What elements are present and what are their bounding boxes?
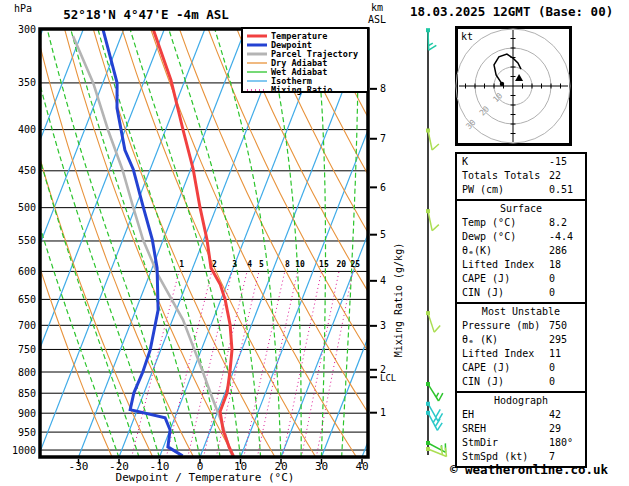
wind-barb-half-tick — [433, 418, 436, 422]
wind-barb-half-tick — [436, 393, 438, 397]
legend-label: Mixing Ratio — [271, 85, 332, 95]
table-row: CAPE (J)0 — [457, 272, 585, 286]
wind-barb-full-tick — [445, 448, 446, 457]
table-row: SREH29 — [457, 422, 585, 436]
table-row: θₑ (K)295 — [457, 333, 585, 347]
pressure-tick-label: 400 — [18, 124, 36, 135]
pressure-tick-label: 800 — [18, 367, 36, 378]
pressure-tick-label: 950 — [18, 427, 36, 438]
table-row: CIN (J)0 — [457, 375, 585, 389]
pressure-tick-label: 600 — [18, 266, 36, 277]
table-section-most-unstable: Most UnstablePressure (mb)750θₑ (K)295Li… — [455, 302, 587, 393]
table-row-label: θₑ(K) — [462, 245, 492, 256]
km-tick-label: 1 — [380, 407, 386, 418]
plot-layers: 1234581015202530035040045050055060065070… — [0, 24, 452, 473]
wind-barb-stem — [428, 384, 439, 401]
wind-barb-stem — [428, 443, 446, 452]
wind-barb-full-tick — [437, 423, 442, 431]
table-row-label: SREH — [462, 423, 486, 434]
table-row: θₑ(K)286 — [457, 244, 585, 258]
table-row: Temp (°C)8.2 — [457, 216, 585, 230]
temperature-curve — [153, 29, 233, 456]
isotherm — [0, 29, 2, 457]
table-row-label: CIN (J) — [462, 287, 504, 298]
table-section-surface: SurfaceTemp (°C)8.2Dewp (°C)-4.4θₑ(K)286… — [455, 199, 587, 304]
table-row-label: Lifted Index — [462, 348, 534, 359]
pressure-tick-label: 750 — [18, 344, 36, 355]
wind-barb-full-tick — [439, 393, 443, 401]
pressure-tick-label: 850 — [18, 388, 36, 399]
mixing-ratio-label: 8 — [285, 260, 290, 269]
km-tick-label: 5 — [380, 229, 386, 240]
table-row-label: θₑ (K) — [462, 334, 498, 345]
hodograph-panel: 102030 kt — [455, 26, 572, 150]
table-row: Lifted Index18 — [457, 258, 585, 272]
table-row-label: CAPE (J) — [462, 273, 510, 284]
table-row-label: EH — [462, 409, 474, 420]
km-tick-label: 4 — [380, 275, 386, 286]
table-row-label: Pressure (mb) — [462, 320, 540, 331]
table-row: EH42 — [457, 408, 585, 422]
km-tick-label: 8 — [380, 83, 386, 94]
table-section-title: Most Unstable — [457, 305, 585, 319]
hpa-axis-label: hPa — [14, 3, 32, 14]
table-row-value: -4.4 — [549, 230, 573, 244]
table-row: CIN (J)0 — [457, 286, 585, 300]
mixing-ratio-label: 4 — [247, 260, 252, 269]
km-tick-label: 7 — [380, 133, 386, 144]
table-row-label: Temp (°C) — [462, 217, 516, 228]
pressure-tick-labels: 3003504004505005506006507007508008509009… — [12, 24, 36, 456]
wind-barb-full-tick — [432, 144, 439, 150]
mixing-ratio-label: 2 — [212, 260, 217, 269]
table-row: Lifted Index11 — [457, 347, 585, 361]
table-row-value: 18 — [549, 258, 561, 272]
mixing-ratio-label: 15 — [319, 260, 329, 269]
table-section-hodograph: HodographEH42SREH29StmDir180°StmSpd (kt)… — [455, 391, 587, 468]
copyright: © weatheronline.co.uk — [450, 462, 608, 477]
indices-table: K-15Totals Totals22PW (cm)0.51SurfaceTem… — [455, 152, 587, 468]
km-tick-label: 6 — [380, 182, 386, 193]
table-row-value: 42 — [549, 408, 561, 422]
sounding-page: hPa 52°18'N 4°47'E -4m ASL km ASL 123458… — [0, 0, 629, 486]
mixing-ratio-label: 10 — [295, 260, 305, 269]
table-row-value: 11 — [549, 347, 561, 361]
temp-tick-label: -30 — [69, 460, 89, 473]
wind-barb-full-tick — [434, 325, 440, 332]
table-row-value: 0 — [549, 286, 555, 300]
table-row-value: 8.2 — [549, 216, 567, 230]
table-row-value: 295 — [549, 333, 567, 347]
mixing-ratio-label: 25 — [350, 260, 360, 269]
dry-adiabat — [438, 29, 452, 457]
table-row-label: CIN (J) — [462, 376, 504, 387]
wind-barb-stem — [428, 30, 429, 50]
hodograph-plot: 102030 kt — [455, 26, 572, 146]
km-tick-label: 3 — [380, 320, 386, 331]
table-row-value: 0 — [549, 272, 555, 286]
dry-adiabat — [409, 29, 452, 457]
pressure-tick-label: 450 — [18, 165, 36, 176]
wind-barb-full-tick — [429, 45, 437, 50]
table-row: K-15 — [457, 155, 585, 169]
lcl-label: LCL — [380, 373, 396, 383]
kt-unit-label: kt — [461, 31, 473, 42]
table-row-label: Lifted Index — [462, 259, 534, 270]
legend: TemperatureDewpointParcel TrajectoryDry … — [242, 28, 368, 95]
date-title: 18.03.2025 12GMT (Base: 00) — [410, 4, 613, 19]
km-axis-label: km — [371, 2, 383, 13]
skewt-diagram: hPa 52°18'N 4°47'E -4m ASL km ASL 123458… — [0, 0, 452, 486]
table-row-value: 22 — [549, 169, 561, 183]
wind-barb-stem — [428, 313, 434, 332]
pressure-tick-label: 650 — [18, 294, 36, 305]
temp-tick-label: 30 — [315, 460, 328, 473]
asl-axis-label: ASL — [368, 14, 386, 25]
table-row-value: 750 — [549, 319, 567, 333]
temp-tick-label: 40 — [355, 460, 368, 473]
wind-barb-full-tick — [436, 409, 440, 417]
table-row-value: 0.51 — [549, 183, 573, 197]
table-row-label: StmSpd (kt) — [462, 451, 528, 462]
pressure-tick-label: 300 — [18, 24, 36, 35]
mixing-ratio-label: 1 — [179, 260, 184, 269]
table-row-value: 0 — [549, 361, 555, 375]
x-axis-title: Dewpoint / Temperature (°C) — [116, 471, 295, 484]
mixing-ratio-label: 20 — [337, 260, 347, 269]
